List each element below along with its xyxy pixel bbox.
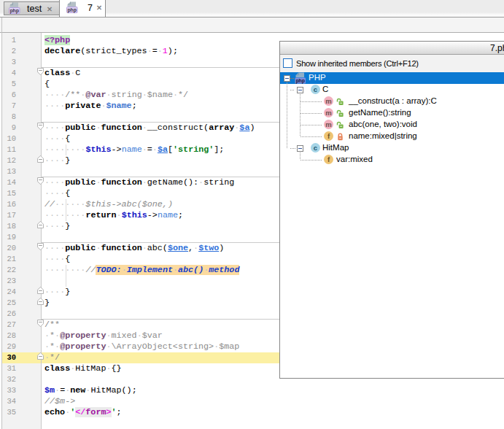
svg-text:php: php (295, 78, 305, 84)
svg-text:php: php (9, 8, 19, 14)
svg-text:php: php (67, 7, 77, 13)
